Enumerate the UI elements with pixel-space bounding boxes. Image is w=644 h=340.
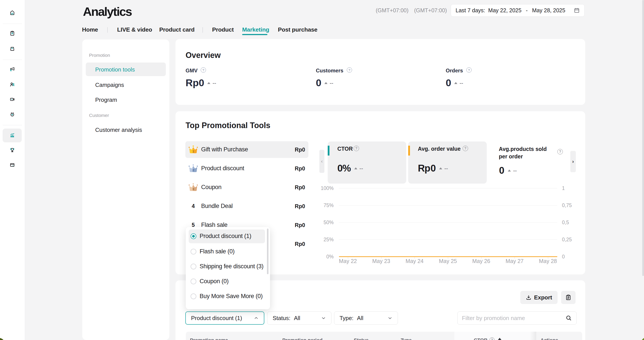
svg-text:1: 1: [192, 150, 194, 153]
svg-text:3: 3: [192, 187, 194, 191]
svg-text:2: 2: [192, 168, 194, 172]
